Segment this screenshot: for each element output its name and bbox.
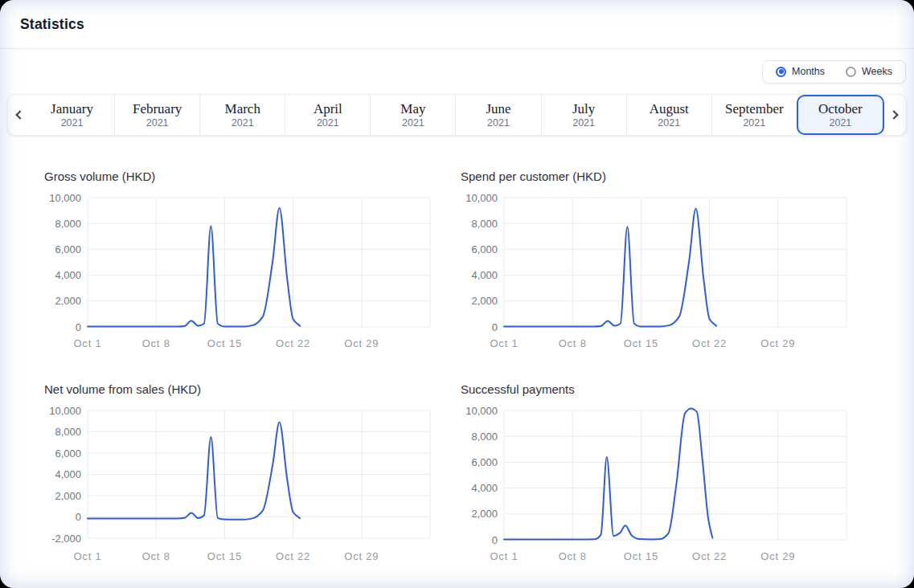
month-name: April	[314, 101, 342, 117]
month-year: 2021	[743, 117, 765, 129]
month-card-august[interactable]: August2021	[627, 95, 712, 135]
month-name: February	[133, 101, 182, 117]
month-card-march[interactable]: March2021	[200, 95, 285, 135]
month-card-february[interactable]: February2021	[115, 95, 200, 135]
x-tick-label: Oct 15	[207, 550, 242, 562]
data-line	[88, 208, 300, 327]
month-card-list: January2021February2021March2021April202…	[30, 95, 884, 135]
month-year: 2021	[658, 117, 680, 129]
months-label: Months	[792, 66, 825, 77]
month-card-june[interactable]: June2021	[456, 95, 541, 135]
y-tick-label: 2,000	[55, 295, 81, 307]
gridlines	[88, 198, 430, 327]
y-tick-label: 0	[492, 534, 498, 546]
x-tick-label: Oct 1	[490, 550, 518, 562]
month-card-september[interactable]: September2021	[712, 95, 797, 135]
month-year: 2021	[487, 117, 510, 129]
data-line	[504, 409, 712, 540]
y-tick-label: 2,000	[471, 295, 498, 307]
y-tick-label: 4,000	[471, 482, 498, 494]
month-card-october[interactable]: October2021	[797, 95, 884, 135]
x-tick-label: Oct 1	[490, 337, 518, 349]
x-tick-label: Oct 29	[344, 550, 379, 562]
month-name: July	[572, 101, 595, 117]
chart-title: Gross volume (HKD)	[44, 169, 446, 183]
y-tick-label: 8,000	[471, 218, 498, 230]
month-name: October	[818, 101, 863, 117]
view-toggle: Months Weeks	[762, 60, 906, 84]
x-tick-label: Oct 22	[276, 337, 310, 349]
month-name: September	[725, 101, 784, 117]
line-chart-spend-per-customer: 10,0008,0006,0004,0002,0000Oct 1Oct 8Oct…	[461, 186, 863, 353]
y-tick-label: 4,000	[55, 269, 81, 281]
y-tick-label: 10,000	[49, 405, 81, 417]
x-tick-label: Oct 22	[692, 337, 727, 349]
month-name: June	[486, 101, 510, 117]
y-tick-label: 10,000	[465, 192, 498, 204]
line-chart-gross-volume: 10,0008,0006,0004,0002,0000Oct 1Oct 8Oct…	[44, 186, 446, 353]
x-tick-label: Oct 8	[559, 337, 587, 349]
toolbar: Months Weeks	[0, 49, 914, 94]
header: Statistics	[0, 0, 914, 49]
chart-spend-per-customer: Spend per customer (HKD) 10,0008,0006,00…	[461, 169, 863, 353]
y-tick-label: 8,000	[471, 431, 498, 443]
month-year: 2021	[232, 117, 254, 129]
x-tick-label: Oct 15	[207, 337, 242, 349]
weeks-radio-option[interactable]: Weeks	[846, 66, 892, 77]
month-year: 2021	[402, 117, 424, 129]
x-tick-label: Oct 8	[559, 550, 587, 562]
carousel-next-button[interactable]	[884, 95, 906, 135]
month-name: January	[51, 101, 93, 117]
y-tick-label: 6,000	[55, 447, 81, 459]
month-name: May	[400, 101, 425, 117]
data-line	[88, 423, 300, 520]
chart-net-volume: Net volume from sales (HKD) 10,0008,0006…	[44, 382, 446, 566]
y-tick-label: 6,000	[471, 456, 498, 468]
month-card-may[interactable]: May2021	[371, 95, 456, 135]
y-tick-label: 4,000	[471, 269, 498, 281]
month-card-january[interactable]: January2021	[30, 95, 115, 135]
chart-title: Net volume from sales (HKD)	[44, 382, 446, 396]
y-tick-label: 10,000	[465, 405, 498, 417]
month-name: August	[650, 101, 689, 117]
weeks-label: Weeks	[862, 66, 892, 77]
month-year: 2021	[61, 117, 84, 129]
month-card-july[interactable]: July2021	[542, 95, 627, 135]
y-tick-label: 0	[76, 321, 81, 333]
charts-grid: Gross volume (HKD) 10,0008,0006,0004,000…	[0, 169, 914, 566]
gridlines	[504, 410, 846, 540]
x-tick-label: Oct 15	[624, 550, 658, 562]
y-tick-label: 0	[492, 321, 498, 333]
chart-title: Spend per customer (HKD)	[461, 169, 863, 183]
radio-unselected-icon	[846, 67, 856, 77]
y-tick-label: 8,000	[55, 426, 81, 438]
statistics-panel: Statistics Months Weeks January2021Febru…	[0, 0, 914, 588]
month-name: March	[225, 101, 260, 117]
month-year: 2021	[146, 117, 169, 129]
radio-selected-icon	[776, 67, 786, 77]
x-tick-label: Oct 8	[142, 550, 170, 562]
page-title: Statistics	[20, 16, 84, 33]
y-tick-label: 10,000	[49, 192, 81, 204]
x-tick-label: Oct 29	[760, 337, 795, 349]
y-tick-label: 0	[76, 511, 81, 523]
x-tick-label: Oct 15	[624, 337, 658, 349]
y-tick-label: 2,000	[55, 490, 81, 502]
x-tick-label: Oct 22	[276, 550, 310, 562]
chart-successful-payments: Successful payments 10,0008,0006,0004,00…	[461, 382, 863, 566]
x-tick-label: Oct 1	[73, 550, 101, 562]
carousel-prev-button[interactable]	[8, 95, 30, 135]
line-chart-net-volume: 10,0008,0006,0004,0002,0000-2,000Oct 1Oc…	[44, 399, 446, 566]
month-card-april[interactable]: April2021	[285, 95, 371, 135]
y-tick-label: 8,000	[55, 218, 81, 230]
line-chart-successful-payments: 10,0008,0006,0004,0002,0000Oct 1Oct 8Oct…	[461, 399, 863, 566]
month-year: 2021	[572, 117, 595, 129]
x-tick-label: Oct 29	[760, 550, 795, 562]
months-radio-option[interactable]: Months	[776, 66, 825, 77]
x-tick-label: Oct 22	[692, 550, 727, 562]
y-tick-label: -2,000	[51, 533, 81, 545]
chevron-left-icon	[15, 110, 24, 119]
x-tick-label: Oct 1	[73, 337, 101, 349]
y-tick-label: 6,000	[55, 243, 81, 255]
chart-gross-volume: Gross volume (HKD) 10,0008,0006,0004,000…	[44, 169, 446, 353]
